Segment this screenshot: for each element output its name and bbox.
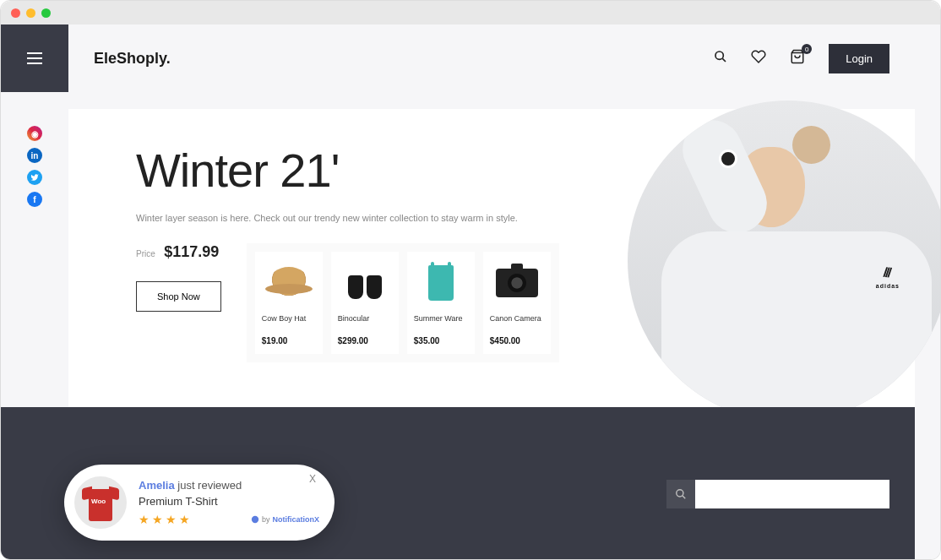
tshirt-logo-text: Woo bbox=[91, 497, 106, 505]
menu-toggle[interactable] bbox=[1, 24, 68, 92]
instagram-icon[interactable]: ◉ bbox=[27, 126, 42, 141]
social-links: ◉ in f bbox=[1, 126, 68, 207]
linkedin-icon[interactable]: in bbox=[27, 148, 42, 163]
product-carousel: Cow Boy Hat $19.00 Binocular $299.00 Sum… bbox=[247, 243, 559, 362]
brand-logo[interactable]: EleShoply. bbox=[94, 50, 171, 68]
product-image-camera bbox=[496, 269, 538, 297]
product-price: $19.00 bbox=[262, 336, 316, 345]
product-name: Summer Ware bbox=[414, 314, 468, 333]
product-card[interactable]: Summer Ware $35.00 bbox=[407, 252, 475, 354]
notification-credit[interactable]: by NotificationX bbox=[251, 515, 319, 524]
notification-close-button[interactable]: X bbox=[309, 473, 316, 485]
product-image-tanktop bbox=[428, 265, 454, 301]
svg-line-8 bbox=[683, 496, 685, 498]
top-actions: 0 Login bbox=[714, 44, 889, 73]
footer-search bbox=[666, 480, 889, 508]
product-price: $35.00 bbox=[414, 336, 468, 345]
product-image-binocular bbox=[346, 267, 383, 299]
watch-icon bbox=[719, 150, 737, 168]
product-price: $299.00 bbox=[338, 336, 392, 345]
price-label: Price bbox=[136, 249, 155, 258]
notification-user-name: Amelia bbox=[139, 479, 175, 492]
product-card[interactable]: Canon Camera $450.00 bbox=[483, 252, 551, 354]
brand-badge-icon bbox=[251, 515, 259, 524]
window-maximize-dot[interactable] bbox=[41, 8, 51, 18]
star-icon: ★ bbox=[166, 513, 177, 526]
star-icon: ★ bbox=[139, 513, 150, 526]
svg-point-6 bbox=[252, 516, 258, 523]
search-icon[interactable] bbox=[714, 50, 727, 67]
notification-rating: ★ ★ ★ ★ by NotificationX bbox=[139, 513, 319, 526]
shop-now-button[interactable]: Shop Now bbox=[136, 281, 221, 312]
top-bar: EleShoply. 0 Login bbox=[68, 24, 915, 92]
window-minimize-dot[interactable] bbox=[26, 8, 35, 18]
star-icon: ★ bbox=[179, 513, 190, 526]
product-name: Binocular bbox=[338, 314, 392, 333]
left-rail: ◉ in f bbox=[1, 24, 68, 559]
notification-action: just reviewed bbox=[177, 479, 242, 492]
product-card[interactable]: Binocular $299.00 bbox=[331, 252, 399, 354]
product-card[interactable]: Cow Boy Hat $19.00 bbox=[255, 252, 323, 354]
product-price: $450.00 bbox=[490, 336, 544, 345]
hero-model-image: /// adidas bbox=[628, 101, 941, 421]
page-viewport: ◉ in f EleShoply. 0 Login Winter 21' Win… bbox=[1, 24, 940, 559]
svg-point-3 bbox=[715, 52, 723, 59]
login-button[interactable]: Login bbox=[829, 44, 889, 73]
cart-badge: 0 bbox=[802, 44, 812, 54]
window-close-dot[interactable] bbox=[11, 8, 20, 18]
product-name: Cow Boy Hat bbox=[262, 314, 316, 333]
price-block: Price $117.99 Shop Now bbox=[136, 243, 221, 312]
star-icon: ★ bbox=[152, 513, 163, 526]
notification-product-image: Woo bbox=[74, 476, 127, 529]
svg-point-7 bbox=[677, 490, 683, 497]
product-name: Canon Camera bbox=[490, 314, 544, 333]
wishlist-icon[interactable] bbox=[751, 49, 766, 68]
cart-icon[interactable]: 0 bbox=[790, 49, 805, 68]
search-icon bbox=[675, 488, 687, 500]
facebook-icon[interactable]: f bbox=[27, 192, 42, 207]
svg-line-4 bbox=[723, 58, 726, 62]
window-titlebar bbox=[1, 1, 940, 24]
hero-section: Winter 21' Winter layer season is here. … bbox=[68, 109, 915, 407]
model-brand-label: adidas bbox=[876, 283, 900, 289]
notification-popup: Woo Amelia just reviewed Premium T-Shirt… bbox=[64, 465, 335, 541]
footer-search-button[interactable] bbox=[666, 480, 695, 508]
footer-search-input[interactable] bbox=[695, 480, 889, 508]
hamburger-icon bbox=[27, 52, 42, 64]
price-value: $117.99 bbox=[164, 243, 219, 260]
notification-product-name: Premium T-Shirt bbox=[139, 495, 319, 508]
twitter-icon[interactable] bbox=[27, 170, 42, 185]
product-image-hat bbox=[269, 267, 309, 299]
